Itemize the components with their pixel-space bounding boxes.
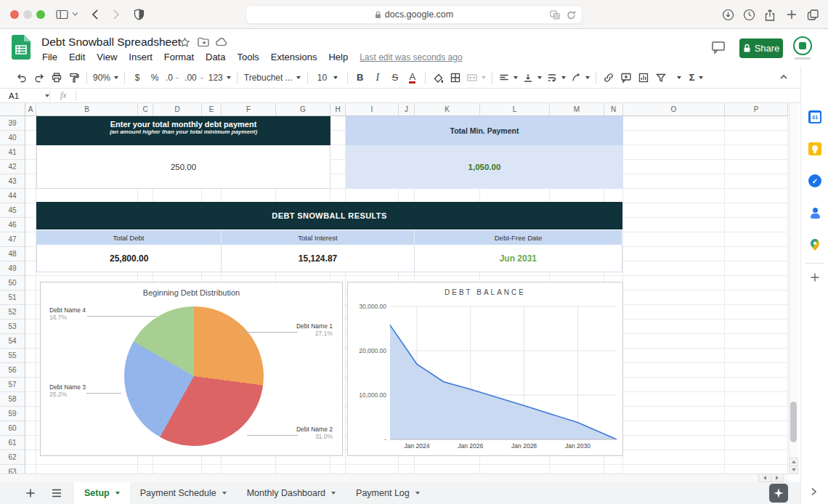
reload-button[interactable] [567,10,576,20]
insert-chart-button[interactable] [635,69,652,86]
increase-decimals-button[interactable]: .00→ [182,69,206,86]
column-header-H[interactable]: H [330,103,346,115]
tab-payment-schedule[interactable]: Payment Schedule [130,482,237,504]
row-header-48[interactable]: 48 [0,247,25,261]
results-header-1[interactable]: Total Debt [36,230,222,245]
menu-extensions[interactable]: Extensions [265,51,323,65]
insert-comment-button[interactable] [617,69,635,86]
functions-button[interactable]: Σ [687,69,705,86]
back-button[interactable] [91,9,100,20]
filter-button[interactable] [652,69,670,86]
close-button[interactable] [10,10,19,19]
tab-setup[interactable]: Setup [74,482,130,504]
minimize-button[interactable] [23,10,32,19]
scroll-right-button[interactable] [771,473,784,482]
tab-overview-button[interactable] [806,9,819,21]
text-wrap-button[interactable] [544,69,568,86]
column-header-N[interactable]: N [604,103,623,115]
downloads-button[interactable] [722,9,734,21]
row-header-56[interactable]: 56 [0,363,25,378]
filter-views-button[interactable] [670,69,687,86]
row-header-52[interactable]: 52 [0,305,25,320]
italic-button[interactable]: I [369,69,386,86]
row-header-46[interactable]: 46 [0,218,25,232]
row-header-60[interactable]: 60 [0,421,25,436]
column-header-A[interactable]: A [25,103,36,115]
row-header-40[interactable]: 40 [0,131,25,145]
privacy-shield-icon[interactable] [134,9,145,21]
results-banner[interactable]: DEBT SNOWBALL RESULTS [36,202,622,229]
paint-format-button[interactable] [65,69,83,86]
number-format-button[interactable]: 123 [206,69,233,86]
row-header-54[interactable]: 54 [0,334,25,349]
scroll-left-button[interactable] [758,473,771,482]
fill-color-button[interactable] [429,69,447,86]
name-box[interactable]: A1 [0,92,49,100]
column-header-G[interactable]: G [276,103,330,115]
payment-value-cell[interactable]: 250.00 [36,145,330,189]
row-header-39[interactable]: 39 [0,116,25,131]
horizontal-align-button[interactable] [496,69,520,86]
min-payment-header[interactable]: Total Min. Payment [346,116,623,145]
menu-format[interactable]: Format [158,51,200,65]
translate-icon[interactable] [550,10,560,20]
column-header-D[interactable]: D [153,103,202,115]
row-header-42[interactable]: 42 [0,160,25,174]
row-header-59[interactable]: 59 [0,407,25,421]
decrease-decimals-button[interactable]: .0← [163,69,182,86]
address-bar[interactable]: docs.google.com [245,5,583,24]
sidebar-toggle-icon[interactable] [56,9,68,20]
history-button[interactable] [743,9,755,21]
tasks-icon[interactable]: ✓ [808,174,821,187]
font-size-select[interactable]: 10 [312,69,344,86]
contacts-icon[interactable] [808,206,821,219]
column-header-L[interactable]: L [480,103,550,115]
row-header-44[interactable]: 44 [0,189,25,203]
menu-help[interactable]: Help [322,51,354,65]
vertical-align-button[interactable] [520,69,544,86]
star-icon[interactable] [179,37,190,48]
font-select[interactable]: Trebuchet ... [241,69,304,86]
row-header-53[interactable]: 53 [0,320,25,334]
menu-insert[interactable]: Insert [123,51,158,65]
select-all-corner[interactable] [0,103,25,116]
share-button[interactable]: Share [739,38,783,58]
menu-view[interactable]: View [91,51,123,65]
column-header-F[interactable]: F [222,103,276,115]
menu-file[interactable]: File [36,51,63,65]
undo-button[interactable] [13,69,31,86]
column-header-C[interactable]: C [138,103,153,115]
share-page-button[interactable] [764,9,776,22]
column-header-P[interactable]: P [725,103,788,115]
scroll-down-button[interactable] [789,466,798,474]
maps-icon[interactable] [808,238,821,251]
row-header-43[interactable]: 43 [0,174,25,189]
insert-link-button[interactable] [600,69,617,86]
text-color-button[interactable]: A [404,69,421,86]
results-value-1[interactable]: 25,800.00 [37,245,222,272]
menu-tools[interactable]: Tools [231,51,264,65]
column-header-M[interactable]: M [550,103,604,115]
move-to-folder-icon[interactable] [198,37,209,47]
new-tab-button[interactable] [786,9,797,20]
row-header-57[interactable]: 57 [0,378,25,392]
row-header-45[interactable]: 45 [0,203,25,218]
print-button[interactable] [48,69,65,86]
explore-button[interactable] [769,484,788,503]
comments-button[interactable] [710,39,726,55]
cloud-status-icon[interactable] [216,37,228,46]
forward-button[interactable] [112,9,121,20]
row-header-63[interactable]: 63 [0,465,25,473]
account-avatar[interactable] [793,36,812,55]
borders-button[interactable] [447,69,464,86]
results-value-2[interactable]: 15,124.87 [222,245,414,272]
results-header-3[interactable]: Debt-Free Date [415,230,622,245]
text-rotation-button[interactable] [568,69,592,86]
hide-menus-button[interactable] [779,72,789,82]
horizontal-scrollbar[interactable] [0,473,788,482]
min-payment-value-cell[interactable]: 1,050.00 [346,145,623,189]
tab-monthly-dashboard[interactable]: Monthly Dashboard [237,482,346,504]
tab-payment-log[interactable]: Payment Log [346,482,430,504]
row-header-41[interactable]: 41 [0,145,25,160]
area-chart[interactable]: DEBT BALANCE -10,000.0020,000.0030,000.0… [347,282,623,456]
